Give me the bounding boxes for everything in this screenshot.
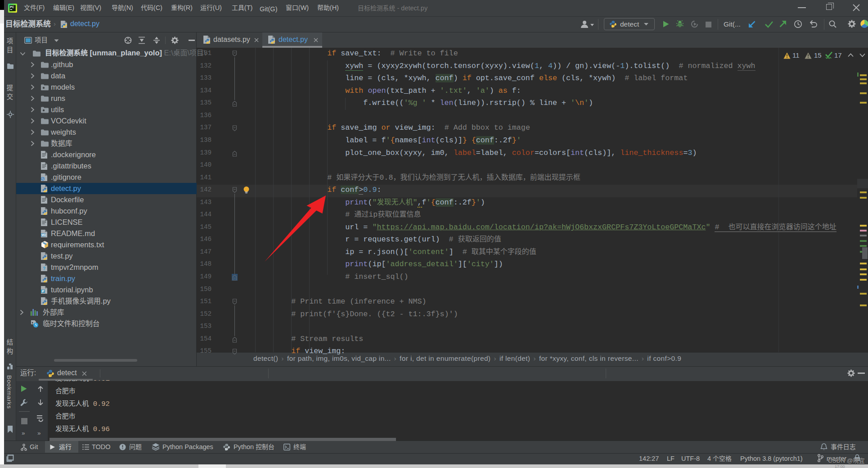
svg-text:MD: MD [41,233,46,236]
svg-text:IP: IP [41,290,45,293]
svg-text:PC: PC [10,5,14,9]
svg-text:?: ? [43,266,45,271]
